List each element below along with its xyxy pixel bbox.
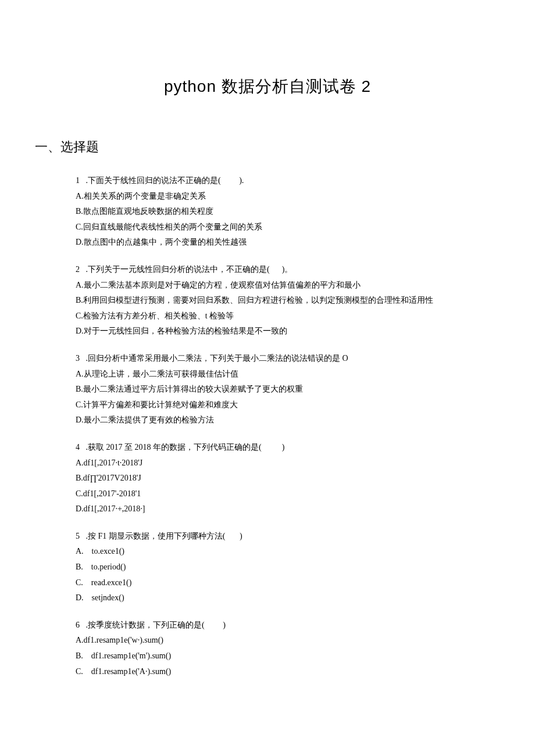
question-stem: 1 .下面关于线性回归的说法不正确的是( ). <box>76 173 477 189</box>
option-b: B. to.period() <box>76 560 477 575</box>
option-b: B. df1.resamp1e('m').sum() <box>76 648 477 664</box>
question-stem: 6 .按季度统计数据，下列正确的是( ) <box>76 618 477 633</box>
option-c: C. df1.resamp1e('A·).sum() <box>76 664 477 680</box>
option-b: B.df∏'2017V2018'J <box>76 471 477 486</box>
option-b: B.最小二乘法通过平方后计算得出的较大误差赋予了更大的权重 <box>76 382 477 397</box>
option-c: C.检验方法有方差分析、相关检验、t 检验等 <box>76 309 477 324</box>
option-a: A.df1[,2017·t·2018'J <box>76 456 477 471</box>
option-a: A. to.exce1() <box>76 544 477 560</box>
question-stem: 5 .按 F1 期显示数据，使用下列哪种方法( ) <box>76 529 477 544</box>
option-d: D.最小二乘法提供了更有效的检验方法 <box>76 413 477 428</box>
question-2: 2 .下列关于一元线性回归分析的说法中，不正确的是( )。 A.最小二乘法基本原… <box>58 262 477 339</box>
option-d: D.散点图中的点越集中，两个变量的相关性越强 <box>76 235 477 250</box>
option-b: B.散点图能直观地反映数据的相关程度 <box>76 204 477 220</box>
question-4: 4 .获取 2017 至 2018 年的数据，下列代码正确的是( ) A.df1… <box>58 440 477 517</box>
question-stem: 3 .回归分析中通常采用最小二乘法，下列关于最小二乘法的说法错误的是 O <box>76 351 477 367</box>
document-title: python 数据分析自测试卷 2 <box>58 76 477 98</box>
option-c: C. read.exce1() <box>76 575 477 591</box>
option-d: D.对于一元线性回归，各种检验方法的检验结果是不一致的 <box>76 324 477 339</box>
option-a: A.df1.resamp1e('w·).sum() <box>76 633 477 648</box>
option-a: A.相关关系的两个变量是非确定关系 <box>76 189 477 205</box>
option-c: C.计算平方偏差和要比计算绝对偏差和难度大 <box>76 397 477 413</box>
question-6: 6 .按季度统计数据，下列正确的是( ) A.df1.resamp1e('w·)… <box>58 618 477 679</box>
question-3: 3 .回归分析中通常采用最小二乘法，下列关于最小二乘法的说法错误的是 O A.从… <box>58 351 477 428</box>
option-a: A.最小二乘法基本原则是对于确定的方程，使观察值对估算值偏差的平方和最小 <box>76 278 477 293</box>
option-b: B.利用回归模型进行预测，需要对回归系数、回归方程进行检验，以判定预测模型的合理… <box>76 293 477 309</box>
option-d: D.df1[,2017·+,2018·] <box>76 501 477 517</box>
option-c: C.回归直线最能代表线性相关的两个变量之间的关系 <box>76 220 477 235</box>
option-d: D. setjndex() <box>76 590 477 606</box>
question-stem: 4 .获取 2017 至 2018 年的数据，下列代码正确的是( ) <box>76 440 477 456</box>
option-c: C.df1[,2017'-2018'1 <box>76 486 477 502</box>
section-heading: 一、选择题 <box>35 138 477 156</box>
option-a: A.从理论上讲，最小二乘法可获得最佳估计值 <box>76 367 477 382</box>
question-1: 1 .下面关于线性回归的说法不正确的是( ). A.相关关系的两个变量是非确定关… <box>58 173 477 250</box>
question-stem: 2 .下列关于一元线性回归分析的说法中，不正确的是( )。 <box>76 262 477 278</box>
question-5: 5 .按 F1 期显示数据，使用下列哪种方法( ) A. to.exce1() … <box>58 529 477 606</box>
document-page: python 数据分析自测试卷 2 一、选择题 1 .下面关于线性回归的说法不正… <box>0 0 535 726</box>
